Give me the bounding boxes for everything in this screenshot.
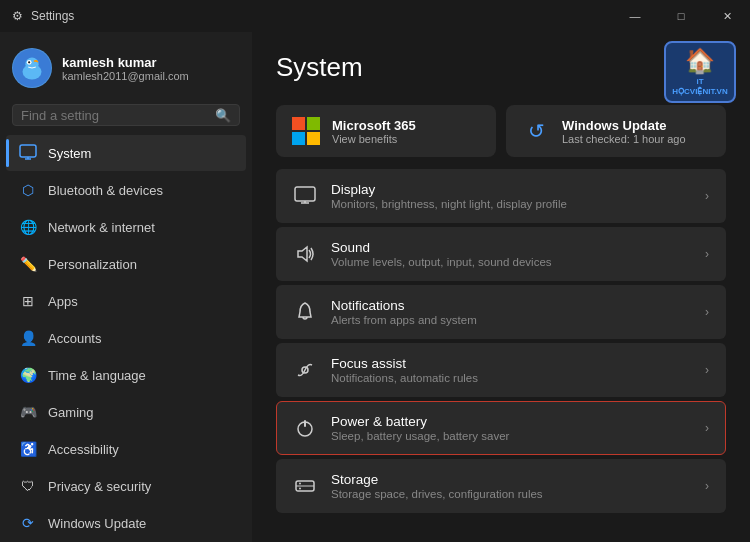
avatar: [12, 48, 52, 88]
privacy-icon: 🛡: [18, 476, 38, 496]
sidebar-item-accessibility[interactable]: ♿ Accessibility: [6, 431, 246, 467]
sidebar-item-personalization[interactable]: ✏️ Personalization: [6, 246, 246, 282]
setting-item-display[interactable]: Display Monitors, brightness, night ligh…: [276, 169, 726, 223]
svg-rect-8: [292, 117, 305, 130]
sidebar-item-label-privacy: Privacy & security: [48, 479, 151, 494]
sidebar-item-label-accessibility: Accessibility: [48, 442, 119, 457]
sidebar-item-privacy[interactable]: 🛡 Privacy & security: [6, 468, 246, 504]
system-icon: [18, 143, 38, 163]
notifications-text: Notifications Alerts from apps and syste…: [331, 298, 691, 326]
maximize-button[interactable]: □: [658, 0, 704, 32]
sidebar-item-label-time: Time & language: [48, 368, 146, 383]
windows-update-card[interactable]: ↺ Windows Update Last checked: 1 hour ag…: [506, 105, 726, 157]
sidebar-item-accounts[interactable]: 👤 Accounts: [6, 320, 246, 356]
notifications-name: Notifications: [331, 298, 691, 313]
sidebar-item-bluetooth[interactable]: ⬡ Bluetooth & devices: [6, 172, 246, 208]
svg-rect-11: [307, 132, 320, 145]
profile-section[interactable]: kamlesh kumar kamlesh2011@gmail.com: [0, 32, 252, 100]
storage-name: Storage: [331, 472, 691, 487]
notifications-chevron: ›: [705, 305, 709, 319]
svg-rect-5: [20, 145, 36, 157]
power-icon: [293, 416, 317, 440]
setting-item-power[interactable]: Power & battery Sleep, battery usage, ba…: [276, 401, 726, 455]
profile-info: kamlesh kumar kamlesh2011@gmail.com: [62, 55, 189, 82]
setting-item-focus[interactable]: Focus assist Notifications, automatic ru…: [276, 343, 726, 397]
accounts-icon: 👤: [18, 328, 38, 348]
watermark-box: 🏠 iTHỌCVIỆNIT.VN: [664, 41, 735, 102]
sidebar: kamlesh kumar kamlesh2011@gmail.com 🔍 Sy…: [0, 32, 252, 542]
sidebar-nav: System ⬡ Bluetooth & devices 🌐 Network &…: [0, 134, 252, 542]
sidebar-item-label-bluetooth: Bluetooth & devices: [48, 183, 163, 198]
display-text: Display Monitors, brightness, night ligh…: [331, 182, 691, 210]
sound-text: Sound Volume levels, output, input, soun…: [331, 240, 691, 268]
sidebar-item-network[interactable]: 🌐 Network & internet: [6, 209, 246, 245]
app-container: kamlesh kumar kamlesh2011@gmail.com 🔍 Sy…: [0, 32, 750, 542]
profile-email: kamlesh2011@gmail.com: [62, 70, 189, 82]
windows-update-icon: ⟳: [18, 513, 38, 533]
close-button[interactable]: ✕: [704, 0, 750, 32]
title-bar-controls: — □ ✕: [612, 0, 750, 32]
windows-update-card-info: Windows Update Last checked: 1 hour ago: [562, 118, 686, 145]
sound-icon: [293, 242, 317, 266]
svg-point-22: [299, 488, 301, 490]
sidebar-item-label-accounts: Accounts: [48, 331, 101, 346]
sidebar-item-label-network: Network & internet: [48, 220, 155, 235]
windows-update-card-icon: ↺: [520, 115, 552, 147]
setting-item-storage[interactable]: Storage Storage space, drives, configura…: [276, 459, 726, 513]
focus-icon: [293, 358, 317, 382]
svg-point-4: [28, 61, 30, 63]
house-icon: 🏠: [685, 47, 715, 75]
svg-rect-10: [292, 132, 305, 145]
network-icon: 🌐: [18, 217, 38, 237]
sidebar-item-gaming[interactable]: 🎮 Gaming: [6, 394, 246, 430]
sidebar-item-windows-update[interactable]: ⟳ Windows Update: [6, 505, 246, 541]
sound-name: Sound: [331, 240, 691, 255]
title-bar: ⚙ Settings — □ ✕: [0, 0, 750, 32]
storage-text: Storage Storage space, drives, configura…: [331, 472, 691, 500]
setting-item-notifications[interactable]: Notifications Alerts from apps and syste…: [276, 285, 726, 339]
focus-name: Focus assist: [331, 356, 691, 371]
accessibility-icon: ♿: [18, 439, 38, 459]
svg-rect-9: [307, 117, 320, 130]
sidebar-item-system[interactable]: System: [6, 135, 246, 171]
storage-desc: Storage space, drives, configuration rul…: [331, 488, 691, 500]
watermark: 🏠 iTHỌCVIỆNIT.VN: [660, 32, 740, 112]
search-icon: 🔍: [215, 108, 231, 123]
watermark-text: iTHỌCVIỆNIT.VN: [672, 77, 727, 96]
svg-marker-15: [298, 247, 307, 261]
microsoft365-info: Microsoft 365 View benefits: [332, 118, 416, 145]
microsoft365-card[interactable]: Microsoft 365 View benefits: [276, 105, 496, 157]
personalization-icon: ✏️: [18, 254, 38, 274]
gaming-icon: 🎮: [18, 402, 38, 422]
focus-text: Focus assist Notifications, automatic ru…: [331, 356, 691, 384]
sidebar-item-label-windows-update: Windows Update: [48, 516, 146, 531]
sound-chevron: ›: [705, 247, 709, 261]
storage-chevron: ›: [705, 479, 709, 493]
notifications-desc: Alerts from apps and system: [331, 314, 691, 326]
display-icon: [293, 184, 317, 208]
sidebar-item-label-system: System: [48, 146, 91, 161]
sidebar-item-label-apps: Apps: [48, 294, 78, 309]
search-input[interactable]: [21, 108, 215, 123]
title-bar-left: ⚙ Settings: [12, 9, 74, 23]
windows-update-card-title: Windows Update: [562, 118, 686, 133]
sidebar-item-time[interactable]: 🌍 Time & language: [6, 357, 246, 393]
display-chevron: ›: [705, 189, 709, 203]
minimize-button[interactable]: —: [612, 0, 658, 32]
svg-point-2: [25, 58, 38, 71]
focus-chevron: ›: [705, 363, 709, 377]
svg-rect-12: [295, 187, 315, 201]
power-desc: Sleep, battery usage, battery saver: [331, 430, 691, 442]
notifications-icon: [293, 300, 317, 324]
sidebar-item-apps[interactable]: ⊞ Apps: [6, 283, 246, 319]
setting-item-sound[interactable]: Sound Volume levels, output, input, soun…: [276, 227, 726, 281]
microsoft365-title: Microsoft 365: [332, 118, 416, 133]
time-icon: 🌍: [18, 365, 38, 385]
microsoft365-subtitle: View benefits: [332, 133, 416, 145]
apps-icon: ⊞: [18, 291, 38, 311]
title-bar-title: Settings: [31, 9, 74, 23]
power-name: Power & battery: [331, 414, 691, 429]
search-box[interactable]: 🔍: [12, 104, 240, 126]
windows-update-card-subtitle: Last checked: 1 hour ago: [562, 133, 686, 145]
display-name: Display: [331, 182, 691, 197]
